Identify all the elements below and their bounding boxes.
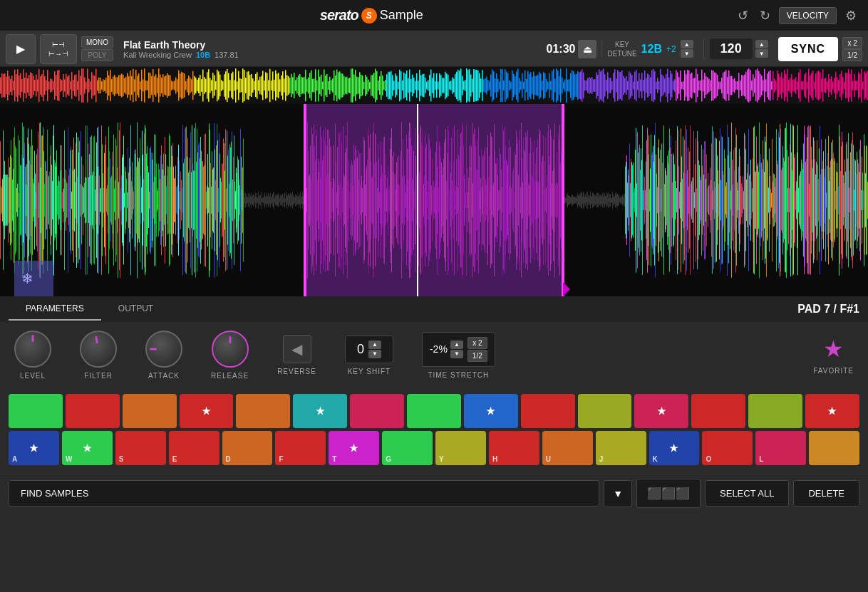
tabs-row: PARAMETERS OUTPUT PAD 7 / F#1 (0, 296, 868, 322)
waveform-overview[interactable] (0, 67, 868, 104)
attack-knob[interactable] (145, 331, 182, 368)
pad-favorite-star: ★ (827, 405, 837, 417)
pad-favorite-star: ★ (349, 442, 358, 454)
pad-row1-0[interactable] (9, 394, 63, 428)
pad-key-label: G (386, 455, 391, 463)
app-title: serato S Sample (320, 7, 423, 24)
sync-button[interactable]: SYNC (778, 37, 838, 61)
pad-key-label: O (706, 455, 711, 463)
pad-row2-13[interactable]: O (702, 431, 753, 465)
pad-row1-1[interactable] (66, 394, 120, 428)
pad-key-label: F (279, 455, 283, 463)
pad-row2-15[interactable] (809, 431, 859, 465)
release-knob[interactable] (212, 331, 249, 368)
pad-row1-11[interactable]: ★ (634, 394, 688, 428)
timestretch-x2-button[interactable]: x 2 (467, 337, 487, 349)
pad-row1-10[interactable] (578, 394, 632, 428)
pad-favorite-star: ★ (669, 442, 678, 454)
attack-label: ATTACK (148, 372, 180, 380)
filter-knob-indicator (95, 336, 98, 343)
find-samples-dropdown[interactable]: ▼ (604, 480, 632, 507)
timestretch-value: -2% (430, 343, 448, 355)
key-up-button[interactable]: ▲ (681, 40, 693, 48)
bars-view-button[interactable]: ⬛⬛⬛ (636, 479, 701, 508)
pad-row1-6[interactable] (350, 394, 404, 428)
bpm-display: 120 (710, 38, 753, 59)
play-button[interactable]: ▶ (6, 34, 36, 64)
velocity-button[interactable]: VELOCITY (779, 7, 837, 24)
keyshift-down[interactable]: ▼ (368, 350, 381, 358)
reverse-button[interactable]: ◀ (283, 335, 311, 363)
main-waveform[interactable] (0, 104, 868, 296)
pad-favorite-star: ★ (486, 405, 495, 417)
settings-button[interactable]: ⚙ (842, 5, 859, 26)
pad-row2-7[interactable]: G (382, 431, 433, 465)
delete-button[interactable]: DELETE (793, 480, 859, 507)
loop-handle-left[interactable] (304, 104, 306, 296)
tab-output[interactable]: OUTPUT (101, 298, 170, 321)
level-label: LEVEL (20, 372, 46, 380)
poly-button[interactable]: POLY (81, 49, 113, 61)
serato-wordmark: serato (320, 7, 358, 24)
x2-button[interactable]: x 2 (842, 37, 862, 49)
pad-row2-9[interactable]: H (489, 431, 539, 465)
find-samples-button[interactable]: FIND SAMPLES (9, 480, 599, 507)
half-button[interactable]: 1/2 (842, 49, 862, 61)
bpm-up-button[interactable]: ▲ (755, 40, 768, 48)
pad-row2-1[interactable]: W★ (62, 431, 113, 465)
redo-button[interactable]: ↻ (757, 5, 773, 26)
key-detune: +2 (666, 44, 676, 54)
eject-button[interactable]: ⏏ (578, 40, 596, 58)
pad-row2-12[interactable]: K★ (649, 431, 700, 465)
pad-row2-8[interactable]: Y (435, 431, 486, 465)
pad-row2-0[interactable]: A★ (9, 431, 59, 465)
pad-row2-6[interactable]: T★ (329, 431, 379, 465)
keyshift-up[interactable]: ▲ (368, 341, 381, 349)
tab-parameters[interactable]: PARAMETERS (9, 298, 101, 321)
pad-row1-3[interactable]: ★ (180, 394, 234, 428)
mono-button[interactable]: MONO (81, 36, 113, 48)
pad-row1-12[interactable] (691, 394, 745, 428)
timestretch-up[interactable]: ▲ (450, 341, 463, 349)
serato-badge-icon: S (361, 8, 377, 24)
pad-row1-2[interactable] (123, 394, 177, 428)
loop-region (304, 104, 564, 296)
favorite-star[interactable]: ★ (823, 336, 844, 363)
timestretch-down[interactable]: ▼ (450, 350, 463, 358)
bpm-down-button[interactable]: ▼ (755, 49, 768, 58)
pads-section: ★★★★★ A★W★SEDFT★GYHUJK★OL (0, 388, 868, 474)
pad-row1-13[interactable] (748, 394, 802, 428)
pad-row2-2[interactable]: S (115, 431, 166, 465)
pad-row1-14[interactable]: ★ (805, 394, 859, 428)
bpm-spin-buttons: ▲ ▼ (755, 40, 768, 58)
loop-button[interactable]: ⊢⊣ ⊢→⊣ (40, 34, 77, 64)
pad-row2-14[interactable]: L (755, 431, 806, 465)
select-all-button[interactable]: SELECT ALL (705, 480, 789, 507)
pad-row1-8[interactable]: ★ (464, 394, 518, 428)
pad-key-label: T (332, 455, 336, 463)
key-spin-buttons: ▲ ▼ (681, 40, 693, 58)
keyshift-value: 0 (357, 342, 364, 357)
pad-row2-10[interactable]: U (542, 431, 593, 465)
pad-row2-11[interactable]: J (596, 431, 646, 465)
pad-row1-5[interactable]: ★ (293, 394, 347, 428)
loop-handle-right[interactable] (562, 104, 564, 296)
pad-row2-4[interactable]: D (222, 431, 273, 465)
timestretch-half-button[interactable]: 1/2 (467, 350, 487, 362)
undo-button[interactable]: ↺ (735, 5, 751, 26)
pad-favorite-star: ★ (83, 442, 92, 454)
pad-key-label: S (119, 455, 124, 463)
pad-row1-4[interactable] (236, 394, 290, 428)
playhead (417, 104, 418, 296)
multiplier-section: x 2 1/2 (842, 37, 862, 61)
reverse-group: ◀ REVERSE (277, 335, 316, 375)
top-bar-right: ↺ ↻ VELOCITY ⚙ (735, 5, 859, 26)
key-down-button[interactable]: ▼ (681, 49, 693, 58)
timestretch-spin: ▲ ▼ (450, 341, 463, 358)
pad-row1-9[interactable] (521, 394, 575, 428)
pad-row2-3[interactable]: E (169, 431, 219, 465)
level-knob[interactable] (14, 331, 51, 368)
filter-knob[interactable] (80, 331, 117, 368)
pad-row2-5[interactable]: F (275, 431, 326, 465)
pad-row1-7[interactable] (407, 394, 461, 428)
